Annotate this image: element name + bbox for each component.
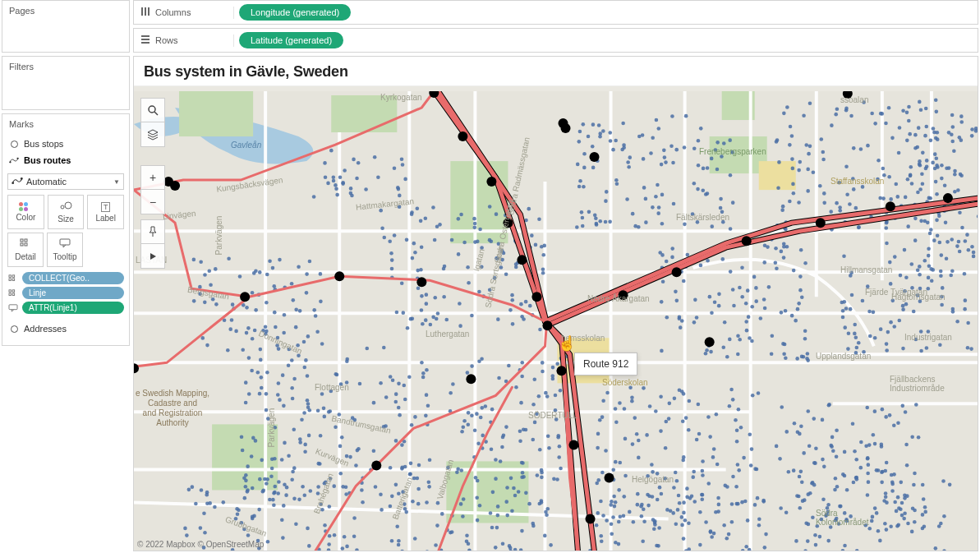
svg-rect-14 <box>12 279 15 281</box>
mark-pill: Linje <box>22 287 124 299</box>
detail-pill-row[interactable]: Linje <box>7 287 124 299</box>
svg-rect-20 <box>141 7 143 16</box>
svg-point-0 <box>9 161 11 163</box>
route-icon <box>12 176 23 187</box>
marks-card: Marks Bus stops Bus routes Automatic <box>2 113 130 346</box>
mark-pill: ATTR(Linje1) <box>22 302 124 314</box>
svg-point-1539 <box>556 366 566 376</box>
svg-point-1538 <box>542 320 552 330</box>
svg-rect-23 <box>141 35 150 37</box>
rows-shelf[interactable]: Rows Latitude (generated) <box>133 28 978 53</box>
zoom-in-button[interactable]: + <box>140 165 165 190</box>
rows-label: Rows <box>155 35 178 45</box>
mark-type-label: Automatic <box>26 177 67 187</box>
layer-label: Addresses <box>24 324 67 334</box>
layer-bus-stops[interactable]: Bus stops <box>2 136 129 152</box>
svg-rect-9 <box>25 243 27 246</box>
svg-rect-16 <box>12 289 15 292</box>
tooltip-icon <box>59 238 71 251</box>
svg-point-2 <box>12 182 14 184</box>
svg-rect-21 <box>145 7 146 16</box>
detail-icon <box>7 274 19 283</box>
svg-point-1560 <box>843 91 853 99</box>
svg-line-1563 <box>154 112 158 115</box>
svg-rect-8 <box>21 243 23 246</box>
svg-point-1546 <box>816 218 826 228</box>
svg-point-1533 <box>458 131 467 141</box>
map-attribution: © 2022 Mapbox © OpenStreetMap <box>137 540 264 549</box>
svg-rect-6 <box>21 239 23 242</box>
zoom-out-button[interactable]: − <box>140 190 165 214</box>
svg-point-1547 <box>886 201 895 211</box>
pages-card: Pages <box>2 0 130 53</box>
pages-title: Pages <box>2 1 129 21</box>
svg-point-1562 <box>149 106 155 113</box>
svg-point-1548 <box>943 193 953 203</box>
filters-card: Filters <box>2 56 130 110</box>
map-pin-button[interactable] <box>140 219 165 244</box>
layer-label: Bus routes <box>24 155 71 165</box>
columns-label: Columns <box>155 7 191 17</box>
rows-icon <box>140 35 150 47</box>
circle-icon <box>9 324 19 334</box>
svg-point-1555 <box>466 374 476 384</box>
layer-label: Bus stops <box>24 139 63 149</box>
svg-point-5 <box>65 202 71 209</box>
svg-point-1552 <box>134 363 139 373</box>
svg-rect-19 <box>9 304 17 309</box>
filters-title: Filters <box>2 57 129 76</box>
svg-point-1542 <box>605 472 614 482</box>
detail-icon <box>20 238 31 251</box>
svg-point-1551 <box>240 292 250 302</box>
rows-pill[interactable]: Latitude (generated) <box>239 32 343 48</box>
svg-rect-15 <box>9 289 12 292</box>
svg-point-1556 <box>371 460 381 470</box>
route-icon <box>9 155 19 165</box>
cursor-icon: ☝ <box>558 334 576 353</box>
svg-point-1553 <box>334 271 344 281</box>
svg-point-1559 <box>558 118 568 128</box>
map-search-button[interactable] <box>140 98 165 122</box>
svg-rect-10 <box>60 239 70 245</box>
svg-point-1561 <box>705 337 715 347</box>
svg-point-1545 <box>742 236 752 246</box>
tooltip-encode-button[interactable]: Tooltip <box>47 233 83 267</box>
map-canvas[interactable]: LASTAN Linvägen Kungsbäcksvägen Parkväge… <box>134 91 978 551</box>
svg-rect-12 <box>12 274 15 277</box>
layer-bus-routes[interactable]: Bus routes <box>2 152 129 168</box>
columns-pill[interactable]: Longitude (generated) <box>239 4 351 21</box>
map-play-button[interactable] <box>140 244 165 269</box>
svg-point-1536 <box>517 255 527 265</box>
route-tooltip: Route 912 <box>574 353 637 376</box>
svg-point-1540 <box>568 440 578 449</box>
tooltip-pill-row[interactable]: ATTR(Linje1) <box>7 302 124 314</box>
label-icon: T <box>101 202 111 212</box>
label-encode-button[interactable]: T Label <box>87 195 124 229</box>
columns-icon <box>140 7 150 19</box>
svg-rect-13 <box>9 279 12 281</box>
svg-rect-11 <box>9 274 12 277</box>
detail-encode-button[interactable]: Detail <box>7 233 44 267</box>
svg-point-1541 <box>586 514 596 523</box>
svg-point-1557 <box>590 152 600 162</box>
layer-addresses[interactable]: Addresses <box>2 320 129 337</box>
svg-rect-7 <box>25 239 27 242</box>
svg-point-3 <box>21 177 23 180</box>
color-encode-button[interactable]: Color <box>7 195 44 229</box>
svg-point-1537 <box>531 292 541 302</box>
columns-shelf[interactable]: Columns Longitude (generated) <box>133 0 978 25</box>
svg-point-1535 <box>503 218 513 228</box>
map-layers-button[interactable] <box>140 122 165 147</box>
mark-pill: COLLECT(Geo.. <box>22 272 124 284</box>
viz-title[interactable]: Bus system in Gävle, Sweden <box>134 57 978 86</box>
svg-point-1543 <box>619 290 628 300</box>
color-icon <box>19 202 32 211</box>
svg-point-4 <box>61 205 64 209</box>
viz-area: Bus system in Gävle, Sweden <box>133 56 978 551</box>
svg-rect-22 <box>148 7 150 16</box>
size-encode-button[interactable]: Size <box>48 195 85 229</box>
size-icon <box>59 200 72 213</box>
detail-pill-row[interactable]: COLLECT(Geo.. <box>7 272 124 284</box>
mark-type-select[interactable]: Automatic ▼ <box>7 173 124 190</box>
tooltip-icon <box>7 304 19 312</box>
